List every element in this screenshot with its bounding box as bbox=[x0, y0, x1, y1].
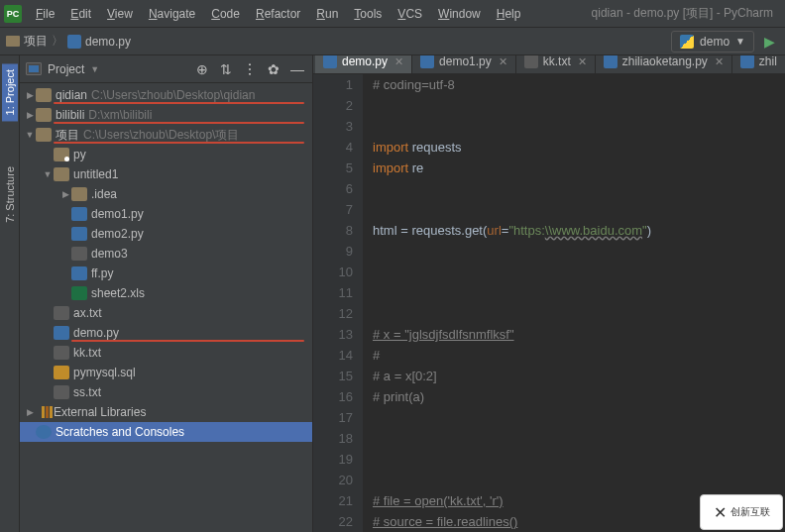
expand-arrow-icon[interactable] bbox=[24, 90, 36, 100]
scroll-from-source-icon[interactable] bbox=[217, 60, 235, 78]
tree-item-[interactable]: 项目C:\Users\zhoub\Desktop\项目 bbox=[20, 125, 312, 145]
line-number: 22 bbox=[313, 511, 353, 532]
menu-vcs[interactable]: VCS bbox=[390, 4, 430, 24]
menu-navigate[interactable]: Navigate bbox=[141, 4, 203, 24]
tree-item-idea[interactable]: .idea bbox=[20, 184, 312, 204]
expand-arrow-icon[interactable] bbox=[59, 189, 71, 199]
code-line[interactable]: html = requests.get(url="https:\\www.bai… bbox=[373, 220, 785, 241]
menu-run[interactable]: Run bbox=[308, 4, 346, 24]
line-number: 13 bbox=[313, 324, 353, 345]
sql-icon bbox=[54, 366, 69, 379]
editor-tab-kktxt[interactable]: kk.txt✕ bbox=[516, 55, 596, 73]
menu-view[interactable]: View bbox=[99, 4, 141, 24]
project-panel-title[interactable]: Project bbox=[48, 62, 84, 76]
menu-edit[interactable]: Edit bbox=[62, 4, 99, 24]
tree-item-demo3[interactable]: demo3 bbox=[20, 244, 312, 264]
hide-icon[interactable]: — bbox=[288, 60, 306, 78]
code-line[interactable]: # bbox=[373, 345, 785, 366]
menu-tools[interactable]: Tools bbox=[346, 4, 390, 24]
code-body[interactable]: # coding=utf-8import requestsimport reht… bbox=[363, 74, 785, 532]
code-line[interactable]: import requests bbox=[373, 137, 785, 158]
tree-label: untitled1 bbox=[73, 167, 118, 181]
line-number: 20 bbox=[313, 470, 353, 490]
tree-item-scratchesandconsoles[interactable]: Scratches and Consoles bbox=[20, 422, 312, 442]
line-number: 16 bbox=[313, 386, 353, 407]
tree-item-untitled1[interactable]: untitled1 bbox=[20, 164, 312, 184]
line-number: 17 bbox=[313, 407, 353, 428]
code-line[interactable] bbox=[373, 449, 785, 470]
tree-item-sheet2xls[interactable]: sheet2.xls bbox=[20, 283, 312, 303]
tree-label: External Libraries bbox=[54, 405, 146, 419]
code-line[interactable] bbox=[373, 262, 785, 282]
tree-item-pymysqlsql[interactable]: pymysql.sql bbox=[20, 363, 312, 382]
editor-tab-zhil[interactable]: zhil✕ bbox=[732, 55, 785, 73]
code-line[interactable] bbox=[373, 199, 785, 220]
tree-item-bilibili[interactable]: bilibiliD:\xm\bilibili bbox=[20, 105, 312, 125]
menu-file[interactable]: File bbox=[28, 4, 62, 24]
tool-tab-structure[interactable]: 7: Structure bbox=[2, 160, 18, 229]
tree-item-demopy[interactable]: demo.py bbox=[20, 323, 312, 343]
code-line[interactable] bbox=[373, 407, 785, 428]
xls-icon bbox=[71, 286, 87, 300]
code-line[interactable] bbox=[373, 303, 785, 324]
code-line[interactable]: # x = "jglsdjfsdlfsnmflksf" bbox=[373, 324, 785, 345]
menu-help[interactable]: Help bbox=[489, 4, 529, 24]
code-line[interactable]: import re bbox=[373, 158, 785, 178]
breadcrumb[interactable]: 项目 〉 demo.py bbox=[6, 33, 131, 50]
code-line[interactable]: # coding=utf-8 bbox=[373, 74, 785, 95]
tree-item-externallibraries[interactable]: External Libraries bbox=[20, 402, 312, 422]
expand-arrow-icon[interactable] bbox=[24, 110, 36, 120]
line-number: 19 bbox=[313, 449, 353, 470]
line-number: 3 bbox=[313, 116, 353, 137]
run-button[interactable]: ▶ bbox=[760, 34, 779, 50]
editor-tab-demo1py[interactable]: demo1.py✕ bbox=[412, 55, 516, 73]
chevron-down-icon[interactable] bbox=[90, 64, 99, 74]
project-tree[interactable]: qidianC:\Users\zhoub\Desktop\qidianbilib… bbox=[20, 83, 312, 532]
tree-label: sheet2.xls bbox=[91, 286, 145, 300]
code-line[interactable] bbox=[373, 116, 785, 137]
folder-icon bbox=[36, 108, 52, 122]
left-tool-window-bar: 1: Project7: Structure bbox=[0, 55, 20, 532]
lib-icon bbox=[36, 405, 50, 419]
line-number: 1 bbox=[313, 74, 353, 95]
tree-item-py[interactable]: py bbox=[20, 145, 312, 164]
tree-item-kktxt[interactable]: kk.txt bbox=[20, 343, 312, 363]
py-file-icon bbox=[323, 55, 337, 68]
code-line[interactable] bbox=[373, 282, 785, 303]
close-icon[interactable]: ✕ bbox=[715, 55, 724, 68]
txt-icon bbox=[54, 346, 69, 360]
tree-item-demo2py[interactable]: demo2.py bbox=[20, 224, 312, 244]
txt-icon bbox=[54, 385, 69, 399]
close-icon[interactable]: ✕ bbox=[578, 55, 587, 68]
tree-label: .idea bbox=[91, 187, 117, 201]
gear-icon[interactable]: ✿ bbox=[265, 60, 282, 78]
expand-arrow-icon[interactable] bbox=[24, 407, 36, 417]
tree-label: ff.py bbox=[91, 266, 113, 280]
expand-arrow-icon[interactable] bbox=[42, 169, 54, 179]
close-icon[interactable]: ✕ bbox=[394, 55, 403, 68]
expand-arrow-icon[interactable] bbox=[24, 130, 36, 140]
code-editor[interactable]: 12345678910111213141516171819202122 # co… bbox=[313, 74, 785, 532]
code-line[interactable]: # a = x[0:2] bbox=[373, 366, 785, 386]
tree-item-sstxt[interactable]: ss.txt bbox=[20, 382, 312, 402]
code-line[interactable]: # print(a) bbox=[373, 386, 785, 407]
menu-window[interactable]: Window bbox=[430, 4, 489, 24]
code-line[interactable] bbox=[373, 428, 785, 449]
code-line[interactable] bbox=[373, 178, 785, 199]
editor-tab-demopy[interactable]: demo.py✕ bbox=[315, 55, 412, 73]
editor-tab-zhiliaoketangpy[interactable]: zhiliaoketang.py✕ bbox=[596, 55, 732, 73]
close-icon[interactable]: ✕ bbox=[499, 55, 507, 68]
tool-tab-project[interactable]: 1: Project bbox=[2, 63, 18, 121]
tree-item-demo1py[interactable]: demo1.py bbox=[20, 204, 312, 224]
tab-label: zhil bbox=[759, 55, 777, 68]
menu-refactor[interactable]: Refactor bbox=[248, 4, 308, 24]
code-line[interactable] bbox=[373, 470, 785, 490]
code-line[interactable] bbox=[373, 241, 785, 262]
tree-item-axtxt[interactable]: ax.txt bbox=[20, 303, 312, 323]
code-line[interactable] bbox=[373, 95, 785, 116]
menu-code[interactable]: Code bbox=[203, 4, 248, 24]
tree-item-ffpy[interactable]: ff.py bbox=[20, 264, 312, 283]
tree-item-qidian[interactable]: qidianC:\Users\zhoub\Desktop\qidian bbox=[20, 85, 312, 105]
locate-file-icon[interactable]: ⊕ bbox=[193, 60, 211, 78]
run-configuration-selector[interactable]: demo bbox=[671, 31, 754, 53]
